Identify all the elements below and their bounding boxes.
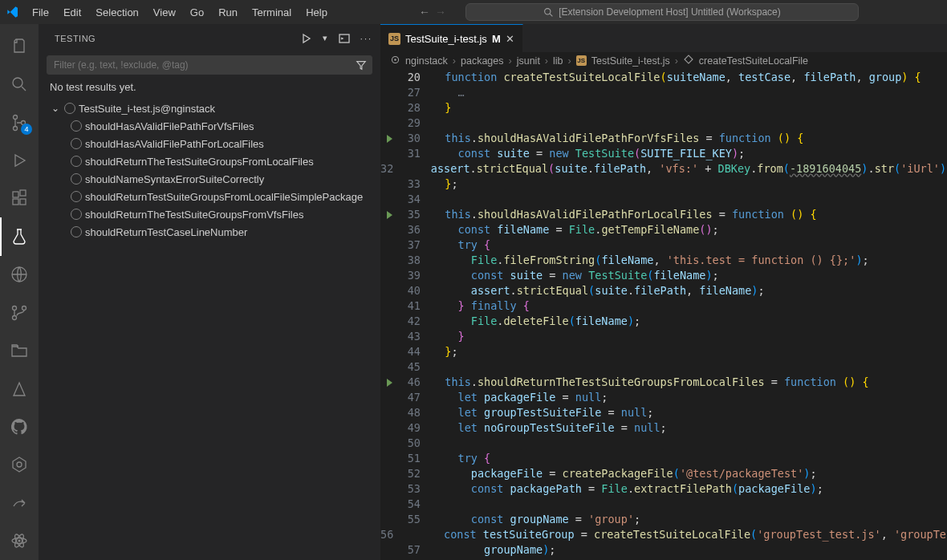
code-line[interactable]: 35 this.shouldHasAValidFilePathForLocalF… — [380, 207, 947, 222]
code-line[interactable]: 38 File.fileFromString(fileName, 'this.t… — [380, 253, 947, 268]
code-line[interactable]: 42 File.deleteFile(fileName); — [380, 314, 947, 329]
menu-selection[interactable]: Selection — [89, 3, 144, 22]
code-line[interactable]: 44 }; — [380, 344, 947, 359]
git-branch-icon[interactable] — [0, 294, 39, 331]
azure-icon[interactable] — [0, 370, 39, 408]
github-icon[interactable] — [0, 408, 39, 445]
code-content[interactable]: } — [432, 100, 451, 116]
code-line[interactable]: 31 const suite = new TestSuite(SUITE_FIL… — [380, 146, 947, 161]
menu-run[interactable]: Run — [212, 3, 244, 22]
test-suite-row[interactable]: ⌄ TestSuite_i-test.js@nginstack ▷ — [47, 99, 372, 117]
code-line[interactable]: 39 const suite = new TestSuite(fileName)… — [380, 268, 947, 283]
chevron-down-icon[interactable]: ⌄ — [50, 103, 61, 114]
code-line[interactable]: 45 — [380, 359, 947, 375]
menu-help[interactable]: Help — [299, 3, 334, 22]
run-test-glyph-icon[interactable] — [387, 211, 392, 219]
code-line[interactable]: 29 — [380, 116, 947, 131]
code-content[interactable]: let packageFile = null; — [432, 390, 608, 405]
code-content[interactable]: function createTestSuiteLocalFile(suiteN… — [432, 70, 921, 85]
editor-tab[interactable]: JS TestSuite_i-test.js M ✕ — [380, 24, 523, 52]
test-row[interactable]: shouldHasAValidFilePathForVfsFiles▷ — [47, 117, 372, 135]
search-icon[interactable] — [0, 65, 39, 103]
close-icon[interactable]: ✕ — [506, 33, 514, 45]
code-content[interactable]: const fileName = File.getTempFileName(); — [432, 222, 719, 237]
testing-icon[interactable] — [0, 217, 39, 255]
code-content[interactable]: assert.strictEqual(suite.filePath, fileN… — [432, 283, 765, 298]
remote-icon[interactable] — [0, 256, 39, 294]
code-content[interactable]: packageFile = createPackageFile('@test/p… — [432, 466, 817, 481]
test-row[interactable]: shouldReturnTheTestSuiteGroupsFromVfsFil… — [47, 205, 372, 223]
code-content[interactable]: assert.strictEqual(suite.filePath, 'vfs:… — [404, 161, 947, 177]
breadcrumb-item[interactable]: packages — [461, 55, 504, 67]
test-row[interactable]: shouldHasAValidFilePathForLocalFiles▷ — [47, 135, 372, 152]
code-line[interactable]: 34 — [380, 192, 947, 207]
command-center-search[interactable]: [Extension Development Host] Untitled (W… — [465, 3, 859, 21]
code-line[interactable]: 41 } finally { — [380, 298, 947, 314]
code-line[interactable]: 30 this.shouldHasAValidFilePathForVfsFil… — [380, 131, 947, 146]
code-content[interactable]: const suite = new TestSuite(SUITE_FILE_K… — [432, 146, 745, 161]
code-content[interactable]: let noGroupTestSuiteFile = null; — [432, 420, 667, 436]
test-row[interactable]: shouldNameSyntaxErrorSuiteCorrectly▷ — [47, 170, 372, 188]
code-line[interactable]: 53 const packagePath = File.extractFileP… — [380, 481, 947, 497]
kubernetes-icon[interactable] — [0, 446, 39, 484]
run-test-glyph-icon[interactable] — [387, 379, 392, 387]
code-editor[interactable]: 20 function createTestSuiteLocalFile(sui… — [380, 70, 947, 560]
code-content[interactable]: const packagePath = File.extractFilePath… — [432, 481, 823, 497]
menu-go[interactable]: Go — [184, 3, 210, 22]
filter-input[interactable] — [47, 55, 372, 75]
code-line[interactable]: 48 let groupTestSuiteFile = null; — [380, 405, 947, 420]
nav-forward-icon[interactable]: → — [435, 6, 446, 18]
code-content[interactable]: }; — [432, 344, 458, 359]
breadcrumb[interactable]: nginstack›packages›jsunit›lib›JSTestSuit… — [380, 52, 947, 70]
code-content[interactable]: const suite = new TestSuite(fileName); — [432, 268, 719, 283]
code-line[interactable]: 49 let noGroupTestSuiteFile = null; — [380, 420, 947, 436]
code-content[interactable]: this.shouldReturnTheTestSuiteGroupsFromL… — [432, 375, 869, 390]
code-line[interactable]: 27 … — [380, 85, 947, 100]
code-content[interactable]: const groupName = 'group'; — [432, 512, 640, 527]
code-line[interactable]: 36 const fileName = File.getTempFileName… — [380, 222, 947, 237]
terminal-output-icon[interactable] — [338, 32, 351, 45]
code-content[interactable]: groupName); — [432, 542, 555, 558]
code-line[interactable]: 28 } — [380, 100, 947, 116]
code-line[interactable]: 32 assert.strictEqual(suite.filePath, 'v… — [380, 161, 947, 177]
code-line[interactable]: 55 const groupName = 'group'; — [380, 512, 947, 527]
code-content[interactable]: this.shouldHasAValidFilePathForLocalFile… — [432, 207, 817, 222]
filter-icon[interactable] — [356, 59, 367, 71]
share-icon[interactable] — [0, 484, 39, 521]
menu-terminal[interactable]: Terminal — [246, 3, 298, 22]
code-content[interactable]: let groupTestSuiteFile = null; — [432, 405, 653, 420]
code-content[interactable]: this.shouldHasAValidFilePathForVfsFiles … — [432, 131, 803, 146]
filter-field[interactable] — [52, 59, 356, 71]
code-content[interactable]: try { — [432, 451, 490, 466]
explorer-icon[interactable] — [0, 27, 39, 65]
code-line[interactable]: 43 } — [380, 329, 947, 344]
code-line[interactable]: 33 }; — [380, 177, 947, 192]
more-icon[interactable]: ··· — [360, 34, 372, 43]
code-content[interactable]: }; — [432, 177, 458, 192]
code-line[interactable]: 20 function createTestSuiteLocalFile(sui… — [380, 70, 947, 85]
code-line[interactable]: 50 — [380, 436, 947, 451]
run-all-icon[interactable] — [300, 32, 313, 45]
chevron-down-icon[interactable]: ▾ — [323, 33, 328, 43]
menu-file[interactable]: File — [26, 3, 55, 22]
code-line[interactable]: 47 let packageFile = null; — [380, 390, 947, 405]
nav-back-icon[interactable]: ← — [419, 6, 430, 18]
breadcrumb-item[interactable]: createTestSuiteLocalFile — [699, 55, 808, 67]
code-content[interactable]: const testSuiteGroup = createTestSuiteLo… — [404, 527, 947, 542]
code-content[interactable]: File.fileFromString(fileName, 'this.test… — [432, 253, 869, 268]
code-content[interactable]: try { — [432, 237, 490, 253]
folder-icon[interactable] — [0, 331, 39, 369]
test-row[interactable]: shouldReturnTheTestSuiteGroupsFromLocalF… — [47, 152, 372, 170]
code-content[interactable]: File.deleteFile(fileName); — [432, 314, 640, 329]
run-test-glyph-icon[interactable] — [387, 135, 392, 143]
code-line[interactable]: 40 assert.strictEqual(suite.filePath, fi… — [380, 283, 947, 298]
breadcrumb-item[interactable]: lib — [553, 55, 563, 67]
breadcrumb-item[interactable]: jsunit — [517, 55, 540, 67]
test-row[interactable]: shouldReturnTestSuiteGroupsFromLocalFile… — [47, 188, 372, 205]
extensions-icon[interactable] — [0, 180, 39, 217]
run-debug-icon[interactable] — [0, 141, 39, 179]
code-content[interactable]: } — [432, 329, 465, 344]
source-control-icon[interactable]: 4 — [0, 103, 39, 141]
code-line[interactable]: 46 this.shouldReturnTheTestSuiteGroupsFr… — [380, 375, 947, 390]
code-line[interactable]: 57 groupName); — [380, 542, 947, 558]
